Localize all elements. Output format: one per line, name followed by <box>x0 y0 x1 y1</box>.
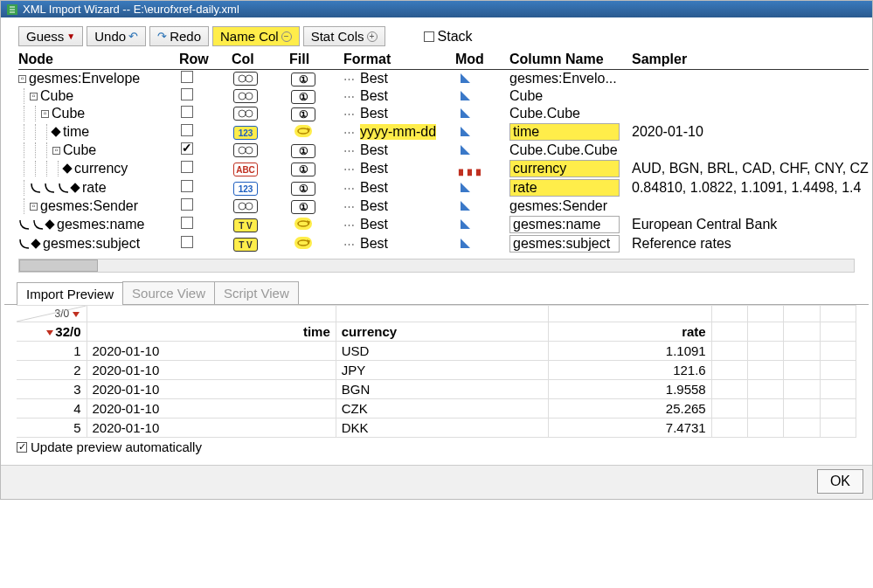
col-empty[interactable] <box>548 306 711 322</box>
fill-type[interactable] <box>289 236 343 252</box>
row-checkbox[interactable] <box>181 236 193 248</box>
col-empty[interactable] <box>711 306 747 322</box>
tree-row[interactable]: gesmes:subjectT V⋯Bestgesmes:subjectRefe… <box>18 234 869 253</box>
fill-type[interactable]: ① <box>289 180 343 196</box>
col-type[interactable]: T V <box>232 217 289 233</box>
fill-type[interactable]: ① <box>289 71 343 86</box>
tree-row[interactable]: ▫gesmes:Envelope①⋯Bestgesmes:Envelo... <box>18 70 869 87</box>
tree-row[interactable]: ▫gesmes:Sender①⋯Bestgesmes:Sender <box>18 197 869 215</box>
cell-currency[interactable]: DKK <box>336 419 548 438</box>
format-value[interactable]: Best <box>360 142 388 158</box>
update-preview-checkbox[interactable]: ✓ Update preview automatically <box>17 439 869 454</box>
table-row[interactable]: 52020-01-10DKK7.4731 <box>17 419 856 438</box>
table-row[interactable]: 12020-01-10USD1.1091 <box>17 342 856 361</box>
format-menu-icon[interactable]: ⋯ <box>343 107 355 121</box>
row-checkbox[interactable] <box>181 71 193 83</box>
col-type[interactable]: 123 <box>232 124 289 141</box>
tree-row[interactable]: ▫Cube①⋯BestCube.Cube <box>18 105 869 122</box>
row-checkbox[interactable] <box>181 161 193 173</box>
corner-left[interactable]: 32/0 <box>17 322 87 342</box>
mod-triangle-icon[interactable] <box>461 73 470 83</box>
row-checkbox[interactable] <box>181 180 193 192</box>
fill-type[interactable]: ① <box>289 142 343 158</box>
cell-rate[interactable]: 25.265 <box>548 399 711 419</box>
col-empty[interactable] <box>87 306 336 322</box>
format-menu-icon[interactable]: ⋯ <box>343 182 355 195</box>
format-menu-icon[interactable]: ⋯ <box>343 73 355 86</box>
tree-row[interactable]: rate123①⋯Bestrate0.84810, 1.0822, 1.1091… <box>18 178 869 197</box>
col-type[interactable] <box>232 106 289 121</box>
row-checkbox[interactable] <box>181 88 193 100</box>
fill-type[interactable]: ① <box>289 106 343 121</box>
col-type[interactable] <box>232 198 289 214</box>
format-menu-icon[interactable]: ⋯ <box>343 90 355 103</box>
fill-type[interactable]: ① <box>289 198 343 214</box>
undo-button[interactable]: Undo ↶ <box>87 26 146 46</box>
col-empty[interactable] <box>748 306 784 322</box>
mod-triangle-icon[interactable] <box>461 108 470 118</box>
mod-triangle-icon[interactable] <box>461 219 470 229</box>
format-menu-icon[interactable]: ⋯ <box>343 163 355 176</box>
table-row[interactable]: 32020-01-10BGN1.9558 <box>17 380 856 399</box>
column-name-input[interactable]: currency <box>509 160 620 177</box>
col-header-rate[interactable]: rate <box>548 322 711 342</box>
table-row[interactable]: 22020-01-10JPY121.6 <box>17 361 856 380</box>
stat-cols-button[interactable]: Stat Cols + <box>303 26 385 46</box>
col-header-time[interactable]: time <box>87 322 336 342</box>
guess-button[interactable]: Guess ▼ <box>18 26 83 46</box>
format-value[interactable]: Best <box>360 161 388 176</box>
cell-rate[interactable]: 1.9558 <box>548 380 711 399</box>
cell-time[interactable]: 2020-01-10 <box>87 361 336 380</box>
column-name-input[interactable]: time <box>509 123 620 141</box>
format-value[interactable]: Best <box>360 180 388 196</box>
mod-triangle-icon[interactable] <box>461 127 470 136</box>
col-type[interactable]: T V <box>232 236 289 252</box>
row-checkbox[interactable] <box>181 106 193 118</box>
mod-triangle-icon[interactable] <box>461 91 470 100</box>
row-checkbox[interactable] <box>181 124 193 136</box>
format-menu-icon[interactable]: ⋯ <box>343 238 355 251</box>
col-type[interactable] <box>232 142 289 158</box>
col-type[interactable]: 123 <box>232 180 289 197</box>
col-header-currency[interactable]: currency <box>336 322 548 342</box>
fill-type[interactable]: ① <box>289 161 343 176</box>
cell-currency[interactable]: JPY <box>336 361 548 380</box>
col-empty[interactable] <box>820 306 856 322</box>
row-checkbox[interactable] <box>181 198 193 211</box>
cell-currency[interactable]: USD <box>336 342 548 361</box>
tab-source-view[interactable]: Source View <box>122 281 215 304</box>
column-name-input[interactable]: rate <box>509 179 620 197</box>
format-menu-icon[interactable]: ⋯ <box>343 126 355 139</box>
col-empty[interactable] <box>784 306 820 322</box>
format-value[interactable]: Best <box>360 217 388 232</box>
mod-triangle-icon[interactable] <box>461 201 470 211</box>
tree-row[interactable]: ▫Cube①⋯BestCube <box>18 87 869 105</box>
expand-icon[interactable]: ▫ <box>30 203 38 211</box>
format-value[interactable]: Best <box>360 236 388 252</box>
fill-type[interactable]: ① <box>289 88 343 104</box>
expand-icon[interactable]: ▫ <box>30 93 38 100</box>
tree-row[interactable]: time123⋯yyyy-mm-ddtime2020-01-10 <box>18 122 869 142</box>
expand-icon[interactable]: ▫ <box>18 75 26 83</box>
name-col-button[interactable]: Name Col − <box>212 26 300 46</box>
tree-row[interactable]: currencyABC①⋯Best▖▖▖currencyAUD, BGN, BR… <box>18 159 869 178</box>
mod-bar-icon[interactable]: ▖▖▖ <box>459 163 485 176</box>
tab-script-view[interactable]: Script View <box>214 281 299 304</box>
format-menu-icon[interactable]: ⋯ <box>343 200 355 213</box>
h-scrollbar[interactable] <box>18 259 855 273</box>
column-name-input[interactable]: gesmes:name <box>509 216 620 233</box>
col-type[interactable] <box>232 88 289 104</box>
tree-row[interactable]: ▫Cube①⋯BestCube.Cube.Cube <box>18 142 869 159</box>
format-value[interactable]: Best <box>360 71 388 86</box>
mod-triangle-icon[interactable] <box>461 239 470 248</box>
expand-icon[interactable]: ▫ <box>52 147 60 155</box>
cell-time[interactable]: 2020-01-10 <box>87 419 336 438</box>
format-menu-icon[interactable]: ⋯ <box>343 218 355 232</box>
stack-checkbox[interactable]: Stack <box>424 29 473 45</box>
mod-triangle-icon[interactable] <box>461 183 470 192</box>
format-value[interactable]: Best <box>360 88 388 104</box>
expand-icon[interactable]: ▫ <box>41 110 49 118</box>
cell-rate[interactable]: 1.1091 <box>548 342 711 361</box>
column-name-input[interactable]: gesmes:subject <box>509 235 620 252</box>
format-value[interactable]: Best <box>360 106 388 121</box>
